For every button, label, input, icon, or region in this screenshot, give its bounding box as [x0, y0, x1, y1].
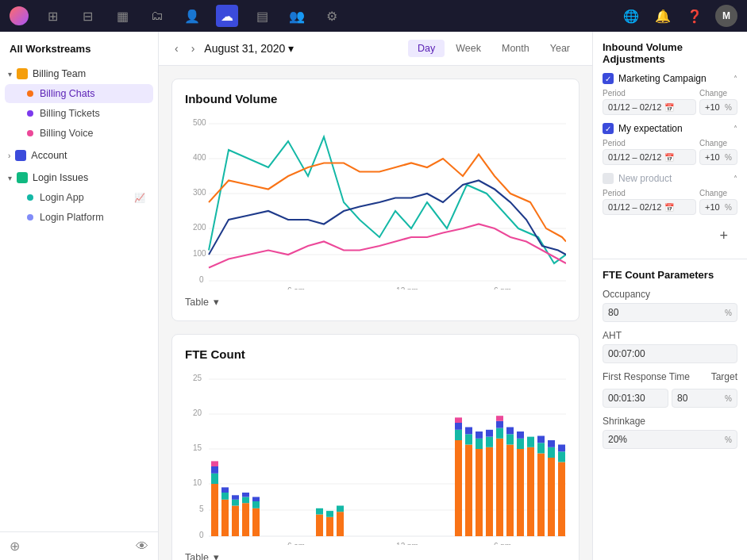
billing-voice-dot: [27, 130, 33, 136]
sidebar-item-login-app[interactable]: Login App 📈: [5, 188, 153, 207]
svg-rect-74: [537, 454, 545, 537]
svg-rect-76: [537, 436, 545, 443]
marketing-checkbox[interactable]: ✓: [603, 73, 614, 84]
sidebar-group-account-header[interactable]: › Account: [0, 146, 158, 165]
shrinkage-input[interactable]: 20% %: [603, 430, 737, 449]
sidebar: All Workstreams ▾ Billing Team Billing C…: [0, 32, 159, 560]
svg-rect-67: [506, 434, 514, 444]
frt-target-input[interactable]: 80 %: [672, 389, 737, 408]
expectation-change-input[interactable]: +10 %: [699, 149, 737, 165]
nav-right-section: 🌐 🔔 ❓ M: [620, 5, 737, 27]
eye-icon[interactable]: 👁: [136, 539, 148, 554]
svg-text:6 pm: 6 pm: [494, 286, 511, 290]
calendar-icon-3: 📅: [664, 203, 674, 212]
shrinkage-group: Shrinkage 20% %: [603, 416, 737, 449]
new-product-period-input[interactable]: 01/12 – 02/12 📅: [603, 199, 696, 215]
globe-icon[interactable]: 🌐: [620, 5, 642, 27]
frt-group: First Response Time Target 00:01:30 80 %: [603, 371, 737, 408]
svg-text:12 pm: 12 pm: [396, 541, 418, 545]
nav-calendar-icon[interactable]: ▤: [251, 5, 273, 27]
chevron-down-icon-2: ▾: [8, 174, 12, 182]
nav-settings-icon[interactable]: ⚙: [321, 5, 343, 27]
nav-grid-icon[interactable]: ⊞: [41, 5, 64, 27]
svg-rect-80: [558, 462, 565, 537]
new-product-checkbox[interactable]: ✓: [603, 173, 614, 184]
expectation-checkbox[interactable]: ✓: [603, 123, 614, 134]
bell-icon[interactable]: 🔔: [652, 5, 674, 27]
sidebar-item-billing-tickets[interactable]: Billing Tickets: [5, 104, 153, 123]
new-product-change-input[interactable]: +10 %: [699, 199, 737, 215]
svg-rect-52: [455, 417, 462, 423]
nav-user-icon[interactable]: 👤: [181, 5, 203, 27]
nav-folder-icon[interactable]: 🗂: [146, 5, 168, 27]
percent-icon-2: %: [725, 153, 732, 162]
marketing-change-input[interactable]: +10 %: [699, 99, 737, 115]
time-btn-year[interactable]: Year: [541, 40, 580, 57]
svg-text:15: 15: [193, 443, 202, 453]
prev-date-button[interactable]: ‹: [171, 40, 182, 56]
time-btn-day[interactable]: Day: [408, 40, 445, 57]
calendar-icon: 📅: [664, 103, 674, 112]
content-area: ‹ › August 31, 2020 ▾ Day Week Month Yea…: [159, 32, 592, 560]
content-body: Inbound Volume 500 400 300 200 100 0: [159, 66, 592, 560]
nav-cloud-icon[interactable]: ☁: [216, 5, 238, 27]
svg-text:0: 0: [199, 530, 204, 540]
occupancy-group: Occupancy 80 %: [603, 289, 737, 322]
svg-text:6 pm: 6 pm: [494, 541, 511, 545]
time-btn-week[interactable]: Week: [446, 40, 491, 57]
expectation-period-input[interactable]: 01/12 – 02/12 📅: [603, 149, 696, 165]
svg-rect-78: [548, 447, 555, 458]
account-label: Account: [31, 150, 67, 161]
svg-rect-69: [517, 449, 524, 536]
avatar[interactable]: M: [715, 5, 737, 27]
nav-chart-icon[interactable]: ▦: [111, 5, 133, 27]
svg-rect-65: [496, 416, 503, 421]
new-product-name: New product: [618, 173, 729, 184]
svg-rect-27: [211, 484, 218, 536]
svg-rect-48: [337, 506, 344, 512]
occupancy-input[interactable]: 80 %: [603, 303, 737, 322]
sidebar-item-billing-chats[interactable]: Billing Chats: [5, 84, 153, 103]
marketing-period-input[interactable]: 01/12 – 02/12 📅: [603, 99, 696, 115]
account-icon: [15, 150, 26, 161]
svg-rect-53: [465, 445, 472, 537]
svg-rect-72: [527, 447, 534, 536]
svg-rect-42: [252, 497, 260, 502]
add-adjustment-button[interactable]: +: [603, 223, 737, 249]
fte-count-table-toggle[interactable]: Table ▾: [185, 551, 566, 560]
nav-dashboard-icon[interactable]: ⊟: [76, 5, 98, 27]
fte-count-chart: 25 20 15 10 5 0: [185, 370, 566, 545]
date-label[interactable]: August 31, 2020 ▾: [204, 42, 294, 55]
billing-tickets-dot: [27, 110, 33, 117]
svg-rect-49: [455, 440, 462, 536]
svg-rect-61: [486, 430, 493, 437]
sidebar-item-billing-voice[interactable]: Billing Voice: [5, 124, 153, 143]
help-icon[interactable]: ❓: [683, 5, 706, 27]
frt-target-label: Target: [711, 371, 737, 382]
svg-rect-75: [537, 443, 545, 453]
svg-rect-68: [506, 428, 514, 435]
new-product-change-label: Change: [699, 189, 737, 198]
sidebar-item-login-platform[interactable]: Login Platform: [5, 208, 153, 227]
time-range-selector: Day Week Month Year: [408, 40, 580, 57]
nav-users-icon[interactable]: 👥: [286, 5, 308, 27]
new-product-fields: Period 01/12 – 02/12 📅 Change +10 %: [603, 189, 737, 215]
inbound-volume-table-toggle[interactable]: Table ▾: [185, 296, 566, 308]
new-product-chevron-icon[interactable]: ˄: [734, 175, 737, 183]
check-icon-3: ✓: [605, 175, 611, 183]
next-date-button[interactable]: ›: [188, 40, 198, 56]
time-btn-month[interactable]: Month: [492, 40, 539, 57]
marketing-chevron-icon[interactable]: ˄: [734, 75, 737, 83]
add-workstream-icon[interactable]: ⊕: [10, 539, 20, 554]
aht-input[interactable]: 00:07:00: [603, 344, 737, 363]
fte-params-title: FTE Count Parameters: [603, 269, 737, 281]
sidebar-group-login-header[interactable]: ▾ Login Issues: [0, 168, 158, 187]
svg-rect-54: [465, 434, 472, 444]
sidebar-group-billing-header[interactable]: ▾ Billing Team: [0, 64, 158, 83]
app-logo[interactable]: [10, 6, 29, 25]
expectation-chevron-icon[interactable]: ˄: [734, 125, 737, 133]
svg-rect-71: [517, 432, 524, 439]
frt-input[interactable]: 00:01:30: [603, 389, 668, 408]
billing-voice-label: Billing Voice: [40, 128, 93, 139]
sidebar-group-billing: ▾ Billing Team Billing Chats Billing Tic…: [0, 64, 158, 143]
